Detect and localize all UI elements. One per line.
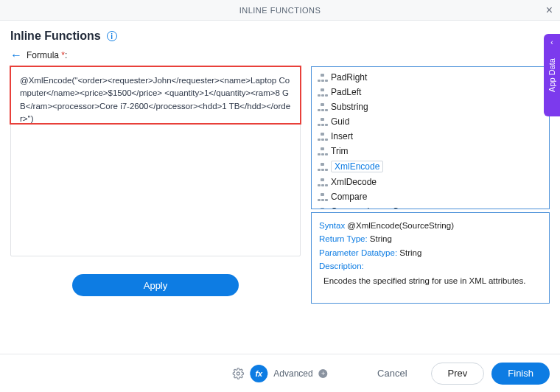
function-item-insert[interactable]: Insert	[316, 129, 545, 144]
formula-label: Formula *:	[27, 50, 67, 60]
footer: fx Advanced + Cancel Prev Finish	[0, 354, 560, 392]
function-item-xmldecode[interactable]: XmlDecode	[316, 175, 545, 189]
function-name: Substring	[331, 102, 368, 112]
function-name: XmlDecode	[331, 177, 377, 187]
back-arrow-icon[interactable]: ←	[10, 49, 22, 62]
function-name: Compare	[331, 192, 367, 202]
function-item-substring[interactable]: Substring	[316, 99, 545, 114]
desc-text: Encodes the specified string for use in …	[319, 275, 542, 287]
page-header: Inline Functions i	[0, 21, 560, 49]
right-column: PadRightPadLeftSubstringGuidInsertTrimXm…	[311, 66, 550, 304]
tree-icon	[318, 147, 327, 155]
function-item-guid[interactable]: Guid	[316, 114, 545, 129]
cancel-button[interactable]: Cancel	[361, 363, 423, 385]
fx-icon[interactable]: fx	[250, 365, 267, 382]
tree-icon	[318, 103, 327, 111]
apply-button[interactable]: Apply	[72, 274, 239, 296]
function-item-xmlencode[interactable]: XmlEncode	[316, 158, 545, 175]
formula-text: @XmlEncode("<order><requester>John</requ…	[11, 67, 300, 133]
formula-input[interactable]: @XmlEncode("<order><requester>John</requ…	[10, 66, 301, 256]
desc-label: Description:	[319, 259, 542, 273]
formula-label-row: ← Formula *:	[0, 49, 560, 66]
top-bar: INLINE FUNCTIONS ×	[0, 0, 560, 21]
prev-button[interactable]: Prev	[431, 363, 485, 385]
tree-icon	[318, 178, 327, 186]
gear-icon[interactable]	[232, 368, 244, 379]
footer-center: fx Advanced +	[232, 365, 327, 382]
function-name: PadLeft	[331, 87, 361, 97]
plus-icon[interactable]: +	[319, 369, 328, 378]
tree-icon	[318, 118, 327, 126]
syntax-row: Syntax @XmlEncode(SourceString)	[319, 219, 542, 232]
tree-icon	[318, 163, 327, 171]
tree-icon	[318, 74, 327, 82]
page-title: Inline Functions	[10, 29, 101, 43]
close-icon[interactable]: ×	[546, 4, 553, 17]
tree-icon	[318, 193, 327, 201]
advanced-label: Advanced	[273, 368, 312, 379]
function-details: Syntax @XmlEncode(SourceString) Return T…	[311, 212, 550, 304]
function-list[interactable]: PadRightPadLeftSubstringGuidInsertTrimXm…	[311, 66, 550, 209]
function-name: XmlEncode	[331, 161, 383, 172]
function-item-trim[interactable]: Trim	[316, 144, 545, 158]
function-item-padleft[interactable]: PadLeft	[316, 85, 545, 99]
tree-icon	[318, 133, 327, 141]
chevron-left-icon: ‹	[550, 38, 553, 46]
function-name: Insert	[331, 131, 353, 141]
function-item-compareignorecase[interactable]: CompareIgnoreCase	[316, 204, 545, 209]
function-item-padright[interactable]: PadRight	[316, 70, 545, 85]
finish-button[interactable]: Finish	[491, 363, 550, 385]
function-name: Trim	[331, 146, 349, 156]
info-icon[interactable]: i	[107, 31, 117, 41]
tree-icon	[318, 88, 327, 97]
function-name: Guid	[331, 116, 349, 127]
function-name: CompareIgnoreCase	[331, 206, 413, 209]
param-row: Parameter Datatype: String	[319, 246, 542, 259]
side-tab-app-data[interactable]: ‹ App Data	[544, 34, 560, 116]
function-name: PadRight	[331, 72, 367, 83]
svg-point-0	[237, 372, 239, 375]
top-title: INLINE FUNCTIONS	[239, 6, 321, 15]
tree-icon	[318, 208, 327, 210]
side-tab-label: App Data	[547, 58, 556, 92]
return-row: Return Type: String	[319, 232, 542, 245]
function-item-compare[interactable]: Compare	[316, 189, 545, 204]
left-column: @XmlEncode("<order><requester>John</requ…	[10, 66, 301, 304]
